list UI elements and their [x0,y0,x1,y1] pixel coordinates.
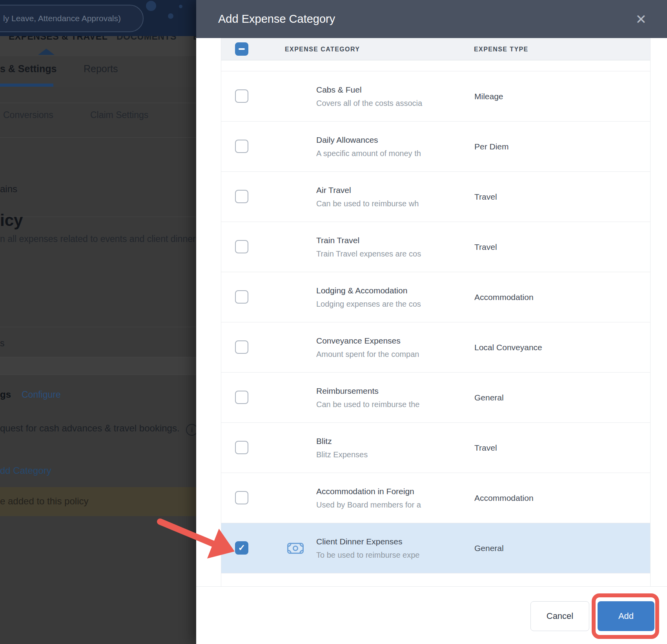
category-description: A specific amount of money th [316,149,423,158]
expense-type: Accommodation [474,272,534,322]
row-text-block: Daily Allowances A specific amount of mo… [316,122,423,171]
category-name: Reimbursements [316,386,423,396]
category-description: To be used to reimburse expe [316,551,423,560]
category-description: Can be used to reimburse the [316,400,423,409]
category-name: Daily Allowances [316,135,423,145]
expense-type: Travel [474,172,497,222]
category-name: Cabs & Fuel [316,85,423,95]
table-header-row: EXPENSE CATEGORY EXPENSE TYPE [221,38,651,60]
expense-type: Local Conveyance [474,322,542,372]
expense-type: Accommodation [474,473,534,523]
category-name: Conveyance Expenses [316,336,423,346]
screen: EXPENSES & TRAVEL DOCUMENTS E s & Settin… [0,0,667,644]
table-row[interactable]: Conveyance Expenses Amount spent for the… [221,322,650,373]
row-text-block: Client Dinner Expenses To be used to rei… [316,523,423,573]
close-icon[interactable]: ✕ [630,0,652,38]
indeterminate-mark-icon [239,48,245,50]
row-checkbox[interactable] [235,240,248,253]
table-row[interactable]: Air Travel Can be used to reimburse wh T… [221,172,650,222]
row-checkbox[interactable] [235,391,248,404]
category-name: Train Travel [316,236,423,245]
row-checkbox[interactable] [235,89,248,103]
category-name: Blitz [316,437,423,446]
table-row[interactable]: Lodging & Accomodation Lodging expenses … [221,272,650,322]
add-button[interactable]: Add [598,601,654,631]
expense-type: Per Diem [474,122,509,171]
add-category-link[interactable]: dd Category [0,465,51,476]
row-checkbox[interactable]: ✓ [235,541,248,555]
row-text-block: Reimbursements Can be used to reimburse … [316,373,423,422]
policy-note-text: e added to this policy [0,496,88,507]
row-text-block: Train Travel Train Travel expenses are c… [316,222,423,272]
global-search-pill[interactable]: ly Leave, Attendance Approvals) [0,5,144,32]
policy-description-fragment: n all expenses related to events and cli… [0,234,196,244]
row-text-block: Lodging & Accomodation Lodging expenses … [316,272,423,322]
cancel-button[interactable]: Cancel [530,601,589,631]
scrolled-partial-row [221,60,650,71]
category-table-body: Cabs & Fuel Covers all of the costs asso… [221,60,651,586]
expense-type: Travel [474,222,497,272]
select-all-checkbox[interactable] [235,42,248,56]
active-subtab-underline [0,84,53,87]
modal-footer: Cancel Add [196,586,667,644]
add-expense-category-modal: Add Expense Category ✕ EXPENSE CATEGORY … [196,0,667,644]
row-text-block: Blitz Blitz Expenses [316,423,423,473]
row-checkbox[interactable] [235,340,248,354]
column-header-category: EXPENSE CATEGORY [285,38,360,60]
category-description: Can be used to reimburse wh [316,199,423,208]
sub-nav-row: s & Settings Reports [0,56,196,87]
category-description: Covers all of the costs associa [316,99,423,108]
policy-heading-fragment: icy [0,211,23,230]
label-gs-fragment: gs [0,389,11,400]
table-row[interactable]: Blitz Blitz Expenses Travel [221,423,650,473]
category-description: Train Travel expenses are cos [316,249,423,258]
category-name: Accommodation in Foreign [316,487,423,496]
configure-link[interactable]: Configure [22,389,61,400]
column-header-type: EXPENSE TYPE [474,38,528,60]
expense-type: Mileage [474,71,503,121]
search-pill-text: ly Leave, Attendance Approvals) [3,14,121,23]
subtab-settings[interactable]: s & Settings [0,63,56,75]
row-text-block: Cabs & Fuel Covers all of the costs asso… [316,71,423,121]
table-row[interactable]: Cabs & Fuel Covers all of the costs asso… [221,71,650,122]
table-header-band [0,357,196,375]
row-checkbox[interactable] [235,491,248,504]
active-tab-caret-icon [38,49,55,55]
banknote-icon [287,543,304,554]
modal-title: Add Expense Category [218,13,335,25]
expense-type: Travel [474,423,497,473]
category-description: Used by Board members for a [316,500,423,509]
policy-note-band: e added to this policy [0,487,196,516]
category-description: Blitz Expenses [316,450,423,459]
tab-claim-settings[interactable]: Claim Settings [90,110,148,120]
category-description: Lodging expenses are the cos [316,300,423,309]
row-text-block: Conveyance Expenses Amount spent for the… [316,322,423,372]
table-row[interactable]: Reimbursements Can be used to reimburse … [221,373,650,423]
category-name: Client Dinner Expenses [316,537,423,546]
subtab-reports[interactable]: Reports [84,63,118,75]
table-row[interactable]: ✓ Client Dinner Expenses To be used to r… [221,523,650,573]
row-checkbox[interactable] [235,190,248,203]
tab-conversions[interactable]: Conversions [3,110,53,120]
category-name: Lodging & Accomodation [316,286,423,295]
row-checkbox[interactable] [235,290,248,304]
row-text-block: Accommodation in Foreign Used by Board m… [316,473,423,523]
label-s-fragment: s [0,338,5,349]
cash-advances-text: quest for cash advances & travel booking… [0,423,180,434]
table-row[interactable]: Accommodation in Foreign Used by Board m… [221,473,650,523]
row-checkbox[interactable] [235,441,248,454]
expense-type: General [474,373,504,422]
check-mark-icon: ✓ [238,544,245,552]
expense-type: General [474,523,504,573]
table-row[interactable]: Train Travel Train Travel expenses are c… [221,222,650,272]
row-text-block: Air Travel Can be used to reimburse wh [316,172,423,222]
row-checkbox[interactable] [235,140,248,153]
modal-header: Add Expense Category ✕ [196,0,667,38]
chains-text-fragment: ains [0,184,17,195]
category-name: Air Travel [316,186,423,195]
category-description: Amount spent for the compan [316,350,423,359]
table-row[interactable]: Daily Allowances A specific amount of mo… [221,122,650,172]
